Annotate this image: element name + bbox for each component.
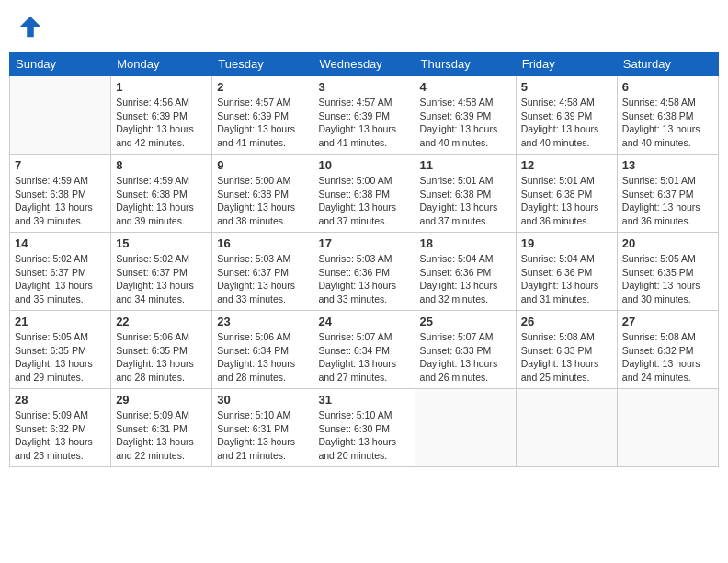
day-number: 26 [521, 315, 612, 328]
svg-marker-1 [20, 17, 41, 38]
day-info: Sunrise: 5:03 AMSunset: 6:37 PMDaylight:… [217, 252, 308, 306]
calendar-cell: 29Sunrise: 5:09 AMSunset: 6:31 PMDayligh… [111, 389, 212, 467]
day-info: Sunrise: 5:00 AMSunset: 6:38 PMDaylight:… [217, 174, 308, 228]
week-row-1: 1Sunrise: 4:56 AMSunset: 6:39 PMDaylight… [10, 76, 719, 155]
calendar-cell: 16Sunrise: 5:03 AMSunset: 6:37 PMDayligh… [212, 233, 313, 311]
calendar-cell: 17Sunrise: 5:03 AMSunset: 6:36 PMDayligh… [313, 233, 415, 311]
calendar-cell: 15Sunrise: 5:02 AMSunset: 6:37 PMDayligh… [111, 233, 212, 311]
column-header-monday: Monday [111, 52, 212, 76]
day-number: 23 [217, 315, 308, 328]
calendar-header-row: SundayMondayTuesdayWednesdayThursdayFrid… [10, 52, 719, 76]
calendar-cell: 8Sunrise: 4:59 AMSunset: 6:38 PMDaylight… [111, 155, 212, 233]
day-number: 15 [116, 236, 207, 250]
day-number: 27 [622, 315, 713, 328]
day-info: Sunrise: 4:58 AMSunset: 6:38 PMDaylight:… [622, 96, 713, 150]
day-number: 11 [420, 158, 511, 172]
calendar-cell: 14Sunrise: 5:02 AMSunset: 6:37 PMDayligh… [10, 233, 111, 311]
day-info: Sunrise: 4:58 AMSunset: 6:39 PMDaylight:… [521, 96, 612, 150]
day-number: 25 [420, 315, 511, 328]
day-info: Sunrise: 5:06 AMSunset: 6:34 PMDaylight:… [217, 330, 308, 385]
calendar-cell: 19Sunrise: 5:04 AMSunset: 6:36 PMDayligh… [516, 233, 617, 311]
day-number: 31 [318, 393, 409, 407]
calendar-cell: 28Sunrise: 5:09 AMSunset: 6:32 PMDayligh… [10, 389, 111, 467]
calendar-cell: 30Sunrise: 5:10 AMSunset: 6:31 PMDayligh… [212, 389, 313, 467]
day-info: Sunrise: 5:05 AMSunset: 6:35 PMDaylight:… [622, 252, 713, 306]
week-row-2: 7Sunrise: 4:59 AMSunset: 6:38 PMDaylight… [10, 155, 719, 233]
calendar-cell: 2Sunrise: 4:57 AMSunset: 6:39 PMDaylight… [212, 76, 313, 155]
calendar-cell: 27Sunrise: 5:08 AMSunset: 6:32 PMDayligh… [617, 311, 718, 389]
day-info: Sunrise: 5:07 AMSunset: 6:34 PMDaylight:… [318, 330, 409, 385]
calendar-table: SundayMondayTuesdayWednesdayThursdayFrid… [9, 52, 719, 467]
page-header [9, 9, 719, 44]
day-info: Sunrise: 4:58 AMSunset: 6:39 PMDaylight:… [420, 96, 511, 150]
column-header-wednesday: Wednesday [313, 52, 415, 76]
calendar-cell: 12Sunrise: 5:01 AMSunset: 6:38 PMDayligh… [516, 155, 617, 233]
day-number: 17 [318, 236, 409, 250]
day-info: Sunrise: 4:57 AMSunset: 6:39 PMDaylight:… [318, 96, 409, 150]
calendar-cell: 10Sunrise: 5:00 AMSunset: 6:38 PMDayligh… [313, 155, 415, 233]
calendar-cell: 25Sunrise: 5:07 AMSunset: 6:33 PMDayligh… [415, 311, 516, 389]
day-number: 21 [15, 315, 106, 328]
day-info: Sunrise: 4:59 AMSunset: 6:38 PMDaylight:… [116, 174, 207, 228]
day-info: Sunrise: 4:59 AMSunset: 6:38 PMDaylight:… [15, 174, 106, 228]
day-number: 16 [217, 236, 308, 250]
calendar-cell [617, 389, 718, 467]
day-number: 1 [116, 80, 207, 94]
day-info: Sunrise: 5:04 AMSunset: 6:36 PMDaylight:… [420, 252, 511, 306]
calendar-cell [415, 389, 516, 467]
day-number: 10 [318, 158, 409, 172]
day-number: 8 [116, 158, 207, 172]
calendar-cell: 5Sunrise: 4:58 AMSunset: 6:39 PMDaylight… [516, 76, 617, 155]
day-info: Sunrise: 4:57 AMSunset: 6:39 PMDaylight:… [217, 96, 308, 150]
column-header-tuesday: Tuesday [212, 52, 313, 76]
day-number: 4 [420, 80, 511, 94]
day-number: 9 [217, 158, 308, 172]
calendar-cell: 4Sunrise: 4:58 AMSunset: 6:39 PMDaylight… [415, 76, 516, 155]
day-number: 29 [116, 393, 207, 407]
day-number: 22 [116, 315, 207, 328]
calendar-cell: 18Sunrise: 5:04 AMSunset: 6:36 PMDayligh… [415, 233, 516, 311]
day-number: 14 [15, 236, 106, 250]
calendar-cell: 31Sunrise: 5:10 AMSunset: 6:30 PMDayligh… [313, 389, 415, 467]
day-info: Sunrise: 5:00 AMSunset: 6:38 PMDaylight:… [318, 174, 409, 228]
calendar-cell: 11Sunrise: 5:01 AMSunset: 6:38 PMDayligh… [415, 155, 516, 233]
day-number: 12 [521, 158, 612, 172]
column-header-sunday: Sunday [10, 52, 111, 76]
day-info: Sunrise: 5:01 AMSunset: 6:38 PMDaylight:… [420, 174, 511, 228]
day-info: Sunrise: 5:08 AMSunset: 6:32 PMDaylight:… [622, 330, 713, 385]
calendar-cell: 1Sunrise: 4:56 AMSunset: 6:39 PMDaylight… [111, 76, 212, 155]
day-number: 19 [521, 236, 612, 250]
calendar-cell: 21Sunrise: 5:05 AMSunset: 6:35 PMDayligh… [10, 311, 111, 389]
calendar-cell: 23Sunrise: 5:06 AMSunset: 6:34 PMDayligh… [212, 311, 313, 389]
column-header-friday: Friday [516, 52, 617, 76]
day-number: 18 [420, 236, 511, 250]
day-info: Sunrise: 4:56 AMSunset: 6:39 PMDaylight:… [116, 96, 207, 150]
day-number: 13 [622, 158, 713, 172]
day-info: Sunrise: 5:08 AMSunset: 6:33 PMDaylight:… [521, 330, 612, 385]
day-number: 28 [15, 393, 106, 407]
week-row-4: 21Sunrise: 5:05 AMSunset: 6:35 PMDayligh… [10, 311, 719, 389]
day-info: Sunrise: 5:04 AMSunset: 6:36 PMDaylight:… [521, 252, 612, 306]
calendar-cell: 7Sunrise: 4:59 AMSunset: 6:38 PMDaylight… [10, 155, 111, 233]
day-info: Sunrise: 5:06 AMSunset: 6:35 PMDaylight:… [116, 330, 207, 385]
calendar-cell: 6Sunrise: 4:58 AMSunset: 6:38 PMDaylight… [617, 76, 718, 155]
day-number: 24 [318, 315, 409, 328]
day-info: Sunrise: 5:09 AMSunset: 6:31 PMDaylight:… [116, 408, 207, 463]
week-row-5: 28Sunrise: 5:09 AMSunset: 6:32 PMDayligh… [10, 389, 719, 467]
day-info: Sunrise: 5:05 AMSunset: 6:35 PMDaylight:… [15, 330, 106, 385]
calendar-cell: 26Sunrise: 5:08 AMSunset: 6:33 PMDayligh… [516, 311, 617, 389]
logo-icon [17, 13, 44, 40]
day-number: 7 [15, 158, 106, 172]
day-number: 30 [217, 393, 308, 407]
day-info: Sunrise: 5:09 AMSunset: 6:32 PMDaylight:… [15, 408, 106, 463]
day-number: 3 [318, 80, 409, 94]
day-info: Sunrise: 5:10 AMSunset: 6:30 PMDaylight:… [318, 408, 409, 463]
day-info: Sunrise: 5:10 AMSunset: 6:31 PMDaylight:… [217, 408, 308, 463]
calendar-cell: 24Sunrise: 5:07 AMSunset: 6:34 PMDayligh… [313, 311, 415, 389]
calendar-cell [516, 389, 617, 467]
day-number: 20 [622, 236, 713, 250]
logo [17, 13, 46, 40]
day-info: Sunrise: 5:07 AMSunset: 6:33 PMDaylight:… [420, 330, 511, 385]
calendar-cell: 9Sunrise: 5:00 AMSunset: 6:38 PMDaylight… [212, 155, 313, 233]
column-header-saturday: Saturday [617, 52, 718, 76]
